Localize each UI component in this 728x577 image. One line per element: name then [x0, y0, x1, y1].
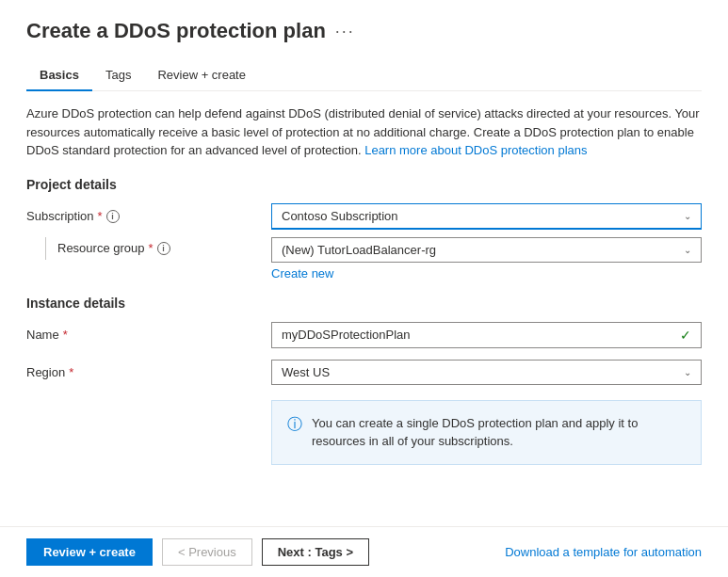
subscription-value: Contoso Subscription — [282, 209, 398, 223]
name-field: myDDoSProtectionPlan ✓ — [271, 322, 702, 348]
resource-group-required-star: * — [149, 241, 154, 255]
description-text: Azure DDoS protection can help defend ag… — [26, 104, 702, 160]
region-dropdown[interactable]: West US ⌄ — [271, 360, 702, 385]
ellipsis-menu-icon[interactable]: ··· — [335, 22, 355, 41]
tab-tags[interactable]: Tags — [92, 60, 144, 91]
project-details-header: Project details — [26, 177, 702, 192]
region-label: Region * — [26, 365, 271, 379]
info-box-icon: ⓘ — [287, 415, 302, 435]
info-box: ⓘ You can create a single DDoS protectio… — [271, 400, 702, 465]
resource-group-info-icon[interactable]: i — [157, 242, 170, 255]
name-value: myDDoSProtectionPlan — [282, 328, 411, 342]
name-label: Name * — [26, 328, 271, 342]
create-new-link[interactable]: Create new — [271, 266, 702, 280]
name-checkmark-icon: ✓ — [680, 328, 691, 343]
tabs-row: Basics Tags Review + create — [26, 60, 702, 91]
subscription-dropdown[interactable]: Contoso Subscription ⌄ — [271, 203, 702, 230]
review-create-button[interactable]: Review + create — [26, 538, 153, 566]
region-field: West US ⌄ — [271, 360, 702, 385]
learn-more-link[interactable]: Learn more about DDoS protection plans — [364, 143, 587, 157]
region-chevron-icon: ⌄ — [684, 367, 691, 377]
page-title: Create a DDoS protection plan — [26, 19, 326, 43]
subscription-label: Subscription * i — [26, 209, 271, 223]
subscription-field: Contoso Subscription ⌄ — [271, 203, 702, 230]
subscription-required-star: * — [98, 209, 103, 223]
resource-group-label: Resource group — [57, 241, 145, 255]
subscription-info-icon[interactable]: i — [106, 210, 120, 223]
info-box-text: You can create a single DDoS protection … — [312, 414, 686, 451]
name-dropdown[interactable]: myDDoSProtectionPlan ✓ — [271, 322, 702, 348]
resource-group-value: (New) TutorLoadBalancer-rg — [282, 243, 436, 257]
instance-details-header: Instance details — [26, 296, 702, 311]
footer: Review + create < Previous Next : Tags >… — [0, 526, 728, 577]
resource-group-dropdown[interactable]: (New) TutorLoadBalancer-rg ⌄ — [271, 237, 702, 263]
resource-group-field: (New) TutorLoadBalancer-rg ⌄ — [271, 237, 702, 263]
tab-review-create[interactable]: Review + create — [144, 60, 259, 91]
next-button[interactable]: Next : Tags > — [262, 538, 369, 566]
region-value: West US — [282, 365, 330, 379]
subscription-chevron-icon: ⌄ — [684, 211, 691, 221]
download-template-link[interactable]: Download a template for automation — [505, 545, 702, 559]
name-required-star: * — [63, 328, 68, 342]
tab-basics[interactable]: Basics — [26, 60, 92, 91]
resource-group-chevron-icon: ⌄ — [684, 245, 691, 255]
previous-button[interactable]: < Previous — [162, 538, 252, 566]
region-required-star: * — [69, 365, 73, 379]
